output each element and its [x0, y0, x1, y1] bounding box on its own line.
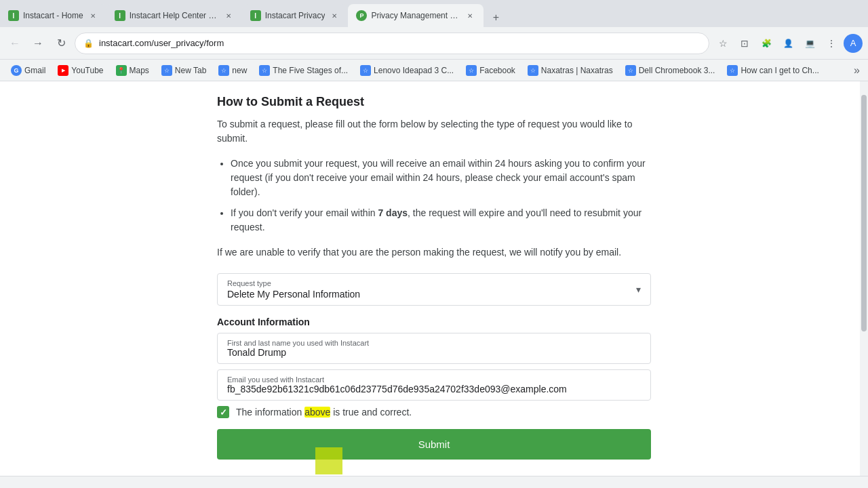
checkmark-icon: ✓: [220, 407, 227, 418]
address-text: instacart.com/user_privacy/form: [99, 38, 701, 48]
cast-button[interactable]: ⊡: [735, 34, 754, 53]
bookmark-favicon-five-stages: [259, 65, 270, 76]
tab-close-privacy-portal[interactable]: ✕: [465, 10, 475, 21]
email-input[interactable]: Email you used with Instacart fb_835de92…: [217, 369, 651, 401]
request-type-dropdown[interactable]: Request type Delete My Personal Informat…: [217, 273, 651, 306]
tab-close-instacart-home[interactable]: ✕: [87, 10, 98, 21]
name-placeholder: First and last name you used with Instac…: [227, 333, 641, 347]
browser-window: Instacart - Home ✕ Instacart Help Center…: [0, 0, 868, 488]
bookmark-label-howto: How can I get to Ch...: [741, 66, 818, 75]
bookmark-five-stages[interactable]: The Five Stages of...: [254, 64, 353, 77]
bookmark-label-naxatras: Naxatras | Naxatras: [541, 66, 613, 75]
toolbar-actions: ☆ ⊡ 🧩 👤 💻 ⋮ A: [713, 34, 863, 53]
bookmark-newtab[interactable]: New Tab: [156, 64, 212, 77]
email-value: fb_835de92b61321c9db61c06d23775d76de935a…: [227, 384, 641, 400]
bookmark-maps[interactable]: Maps: [111, 64, 155, 77]
bookmark-howto[interactable]: How can I get to Ch...: [722, 64, 824, 77]
bookmark-favicon-gmail: [11, 65, 22, 76]
request-type-value: Delete My Personal Information: [218, 289, 650, 305]
submit-button[interactable]: Submit: [217, 429, 651, 460]
extensions-button[interactable]: 🧩: [757, 34, 776, 53]
bookmark-favicon-lenovo: [360, 65, 371, 76]
back-button[interactable]: ←: [5, 34, 24, 53]
bookmark-gmail[interactable]: Gmail: [5, 64, 51, 77]
truth-checkbox[interactable]: ✓: [217, 406, 229, 418]
tab-favicon-instacart-home: [8, 10, 19, 21]
lock-icon: 🔒: [83, 39, 94, 48]
status-bar: [0, 476, 868, 488]
tab-instacart-privacy[interactable]: Instacart Privacy ✕: [242, 4, 349, 27]
bookmark-naxatras[interactable]: Naxatras | Naxatras: [522, 64, 618, 77]
bullet2-bold: 7 days: [378, 207, 408, 218]
tab-close-instacart-help[interactable]: ✕: [223, 10, 234, 21]
tab-favicon-instacart-help: [115, 10, 125, 21]
reload-button[interactable]: ↻: [52, 34, 71, 53]
tab-privacy-portal[interactable]: Privacy Management Portal ✕: [348, 4, 484, 27]
tab-label-instacart-help: Instacart Help Center - Deleting: [130, 11, 219, 20]
tab-label-privacy-portal: Privacy Management Portal: [371, 11, 460, 20]
form-container: How to Submit a Request To submit a requ…: [203, 81, 665, 476]
user-avatar[interactable]: A: [844, 34, 863, 53]
tab-label-instacart-home: Instacart - Home: [23, 11, 83, 20]
tab-favicon-instacart-privacy: [250, 10, 261, 21]
bookmarks-bar: Gmail YouTube Maps New Tab new The Five …: [0, 60, 868, 81]
bookmark-facebook[interactable]: Facebook: [460, 64, 521, 77]
dropdown-arrow-icon: ▾: [636, 284, 641, 295]
email-placeholder: Email you used with Instacart: [227, 370, 641, 384]
page-content: How to Submit a Request To submit a requ…: [0, 81, 868, 476]
bookmark-label-maps: Maps: [130, 66, 149, 75]
instruction-item-2: If you don't verify your email within 7 …: [231, 206, 651, 235]
checkbox-label-highlight: above: [304, 407, 330, 418]
checkbox-label-suffix: is true and correct.: [330, 407, 412, 418]
bookmark-dell[interactable]: Dell Chromebook 3...: [620, 64, 721, 77]
bookmark-label-lenovo: Lenovo Ideapad 3 C...: [374, 66, 454, 75]
tab-instacart-home[interactable]: Instacart - Home ✕: [0, 4, 106, 27]
bookmark-lenovo[interactable]: Lenovo Ideapad 3 C...: [355, 64, 459, 77]
page-title: How to Submit a Request: [217, 95, 651, 109]
bookmark-favicon-new: [218, 65, 229, 76]
bookmark-star-button[interactable]: ☆: [713, 34, 732, 53]
request-type-label: Request type: [218, 274, 650, 289]
chromebook-icon[interactable]: 💻: [800, 34, 819, 53]
bookmark-label-dell: Dell Chromebook 3...: [639, 66, 715, 75]
scrollbar[interactable]: [860, 81, 868, 476]
bookmark-label-facebook: Facebook: [479, 66, 515, 75]
more-button[interactable]: ⋮: [822, 34, 841, 53]
tab-instacart-help[interactable]: Instacart Help Center - Deleting ✕: [106, 4, 242, 27]
bullet2-prefix: If you don't verify your email within: [231, 207, 378, 218]
bookmark-label-gmail: Gmail: [24, 66, 45, 75]
account-info-label: Account Information: [217, 317, 651, 327]
new-tab-button[interactable]: +: [486, 8, 505, 27]
name-value: Tonald Drump: [227, 347, 641, 363]
bookmark-label-five-stages: The Five Stages of...: [273, 66, 348, 75]
bookmark-label-newtab: New Tab: [175, 66, 206, 75]
toolbar: ← → ↻ 🔒 instacart.com/user_privacy/form …: [0, 27, 868, 60]
tab-close-instacart-privacy[interactable]: ✕: [329, 10, 340, 21]
forward-button[interactable]: →: [28, 34, 47, 53]
checkbox-row: ✓ The information above is true and corr…: [217, 406, 651, 418]
checkbox-label-prefix: The information: [236, 407, 304, 418]
bookmark-favicon-maps: [116, 65, 127, 76]
bookmark-favicon-howto: [727, 65, 738, 76]
profile-button[interactable]: 👤: [778, 34, 797, 53]
bookmark-new[interactable]: new: [213, 64, 252, 77]
bookmark-label-new: new: [232, 66, 247, 75]
bookmark-favicon-naxatras: [528, 65, 538, 76]
instructions-list: Once you submit your request, you will r…: [217, 157, 651, 235]
bookmark-favicon-newtab: [161, 65, 172, 76]
bookmark-youtube[interactable]: YouTube: [52, 64, 108, 77]
tab-bar: Instacart - Home ✕ Instacart Help Center…: [0, 0, 868, 27]
bookmark-favicon-dell: [625, 65, 636, 76]
tab-favicon-privacy-portal: [356, 10, 367, 21]
verify-text: If we are unable to verify that you are …: [217, 245, 651, 260]
bookmark-favicon-facebook: [466, 65, 477, 76]
name-input[interactable]: First and last name you used with Instac…: [217, 333, 651, 364]
address-bar[interactable]: 🔒 instacart.com/user_privacy/form: [75, 33, 709, 54]
checkbox-label: The information above is true and correc…: [236, 407, 412, 418]
bookmark-label-youtube: YouTube: [71, 66, 103, 75]
instruction-item-1: Once you submit your request, you will r…: [231, 157, 651, 199]
scroll-thumb[interactable]: [861, 95, 867, 331]
bookmarks-more-button[interactable]: »: [851, 63, 863, 78]
tab-label-instacart-privacy: Instacart Privacy: [265, 11, 326, 20]
bookmark-favicon-youtube: [58, 65, 68, 76]
